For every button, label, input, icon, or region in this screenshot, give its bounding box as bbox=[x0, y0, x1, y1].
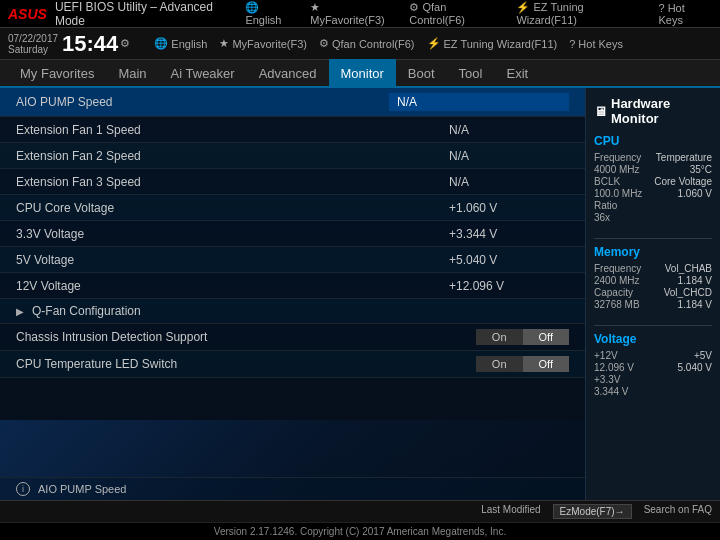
qfan-button[interactable]: ⚙ Qfan Control(F6) bbox=[409, 1, 504, 26]
cpu-led-on-button[interactable]: On bbox=[476, 356, 523, 372]
setting-value: N/A bbox=[389, 93, 569, 111]
language-shortcut[interactable]: 🌐 English bbox=[154, 37, 207, 50]
footer: Version 2.17.1246. Copyright (C) 2017 Am… bbox=[0, 522, 720, 540]
datetime-bar: 07/22/2017 Saturday 15:44 ⚙ 🌐 English ★ … bbox=[0, 28, 720, 60]
cpu-section-title: CPU bbox=[594, 134, 712, 148]
section-title: Q-Fan Configuration bbox=[32, 304, 141, 318]
info-text: AIO PUMP Speed bbox=[38, 483, 126, 495]
sidebar-title: 🖥 Hardware Monitor bbox=[594, 96, 712, 126]
setting-row[interactable]: Extension Fan 2 Speed N/A bbox=[0, 143, 585, 169]
chassis-on-button[interactable]: On bbox=[476, 329, 523, 345]
sidebar-row: Frequency Vol_CHAB bbox=[594, 263, 712, 274]
chassis-toggle-group: On Off bbox=[476, 329, 569, 345]
setting-value: N/A bbox=[449, 149, 569, 163]
sidebar-divider bbox=[594, 238, 712, 239]
bottom-bar-right: Last Modified EzMode(F7)→ Search on FAQ bbox=[481, 504, 712, 519]
setting-label: CPU Core Voltage bbox=[16, 201, 449, 215]
bios-title: UEFI BIOS Utility – Advanced Mode bbox=[55, 0, 245, 28]
last-modified-label: Last Modified bbox=[481, 504, 540, 519]
hot-keys-button[interactable]: ? Hot Keys bbox=[658, 2, 712, 26]
shortcut-buttons: 🌐 English ★ MyFavorite(F3) ⚙ Qfan Contro… bbox=[154, 37, 623, 50]
nav-main[interactable]: Main bbox=[106, 59, 158, 87]
sidebar-row: Frequency Temperature bbox=[594, 152, 712, 163]
chassis-intrusion-row[interactable]: Chassis Intrusion Detection Support On O… bbox=[0, 324, 585, 351]
setting-label: AIO PUMP Speed bbox=[16, 95, 389, 109]
hotkeys-shortcut[interactable]: ? Hot Keys bbox=[569, 37, 623, 50]
monitor-icon: 🖥 bbox=[594, 104, 607, 119]
cpu-led-off-button[interactable]: Off bbox=[523, 356, 569, 372]
sidebar-row: 3.344 V bbox=[594, 386, 712, 397]
cpu-section: CPU Frequency Temperature 4000 MHz 35°C … bbox=[594, 134, 712, 224]
setting-row[interactable]: Extension Fan 3 Speed N/A bbox=[0, 169, 585, 195]
top-bar-tools: 🌐 English ★ MyFavorite(F3) ⚙ Qfan Contro… bbox=[245, 1, 712, 26]
chassis-off-button[interactable]: Off bbox=[523, 329, 569, 345]
sidebar-row: 36x bbox=[594, 212, 712, 223]
setting-value: +5.040 V bbox=[449, 253, 569, 267]
setting-row[interactable]: 12V Voltage +12.096 V bbox=[0, 273, 585, 299]
nav-monitor[interactable]: Monitor bbox=[329, 59, 396, 87]
sidebar-row: +3.3V bbox=[594, 374, 712, 385]
nav-my-favorites[interactable]: My Favorites bbox=[8, 59, 106, 87]
qfan-shortcut[interactable]: ⚙ Qfan Control(F6) bbox=[319, 37, 415, 50]
qfan-section-header[interactable]: ▶ Q-Fan Configuration bbox=[0, 299, 585, 324]
cpu-temp-led-row[interactable]: CPU Temperature LED Switch On Off bbox=[0, 351, 585, 378]
nav-exit[interactable]: Exit bbox=[494, 59, 540, 87]
date-display: 07/22/2017 Saturday bbox=[8, 33, 58, 55]
info-row: i AIO PUMP Speed bbox=[0, 477, 585, 500]
sidebar-row: +12V +5V bbox=[594, 350, 712, 361]
sidebar-row: Ratio bbox=[594, 200, 712, 211]
nav-tool[interactable]: Tool bbox=[447, 59, 495, 87]
nav-boot[interactable]: Boot bbox=[396, 59, 447, 87]
sidebar-row: 100.0 MHz 1.060 V bbox=[594, 188, 712, 199]
settings-table: AIO PUMP Speed N/A Extension Fan 1 Speed… bbox=[0, 88, 585, 477]
sidebar-row: 32768 MB 1.184 V bbox=[594, 299, 712, 310]
setting-value: N/A bbox=[449, 123, 569, 137]
sidebar-row: 12.096 V 5.040 V bbox=[594, 362, 712, 373]
cpu-led-toggle-group: On Off bbox=[476, 356, 569, 372]
setting-value: +3.344 V bbox=[449, 227, 569, 241]
settings-gear-icon[interactable]: ⚙ bbox=[120, 37, 130, 50]
sidebar-row: BCLK Core Voltage bbox=[594, 176, 712, 187]
footer-text: Version 2.17.1246. Copyright (C) 2017 Am… bbox=[214, 526, 506, 537]
top-bar: ASUS UEFI BIOS Utility – Advanced Mode 🌐… bbox=[0, 0, 720, 28]
sidebar-row: 2400 MHz 1.184 V bbox=[594, 275, 712, 286]
voltage-section-title: Voltage bbox=[594, 332, 712, 346]
setting-label: Extension Fan 2 Speed bbox=[16, 149, 449, 163]
expand-arrow-icon: ▶ bbox=[16, 306, 24, 317]
search-faq-label[interactable]: Search on FAQ bbox=[644, 504, 712, 519]
ez-tuning-button[interactable]: ⚡ EZ Tuning Wizard(F11) bbox=[516, 1, 646, 26]
setting-label: CPU Temperature LED Switch bbox=[16, 357, 476, 371]
ez-mode-button[interactable]: EzMode(F7)→ bbox=[553, 504, 632, 519]
content-area: AIO PUMP Speed N/A Extension Fan 1 Speed… bbox=[0, 88, 720, 500]
nav-ai-tweaker[interactable]: Ai Tweaker bbox=[159, 59, 247, 87]
time-display: 15:44 bbox=[62, 31, 118, 57]
setting-row[interactable]: 3.3V Voltage +3.344 V bbox=[0, 221, 585, 247]
main-content: AIO PUMP Speed N/A Extension Fan 1 Speed… bbox=[0, 88, 585, 500]
setting-row[interactable]: AIO PUMP Speed N/A bbox=[0, 88, 585, 117]
sidebar-row: 4000 MHz 35°C bbox=[594, 164, 712, 175]
asus-logo: ASUS bbox=[8, 6, 47, 22]
nav-bar: My Favorites Main Ai Tweaker Advanced Mo… bbox=[0, 60, 720, 88]
info-icon: i bbox=[16, 482, 30, 496]
setting-row[interactable]: CPU Core Voltage +1.060 V bbox=[0, 195, 585, 221]
memory-section: Memory Frequency Vol_CHAB 2400 MHz 1.184… bbox=[594, 245, 712, 311]
language-button[interactable]: 🌐 English bbox=[245, 1, 298, 26]
setting-label: Chassis Intrusion Detection Support bbox=[16, 330, 476, 344]
favorites-shortcut[interactable]: ★ MyFavorite(F3) bbox=[219, 37, 307, 50]
nav-advanced[interactable]: Advanced bbox=[247, 59, 329, 87]
setting-row[interactable]: 5V Voltage +5.040 V bbox=[0, 247, 585, 273]
sidebar-divider bbox=[594, 325, 712, 326]
setting-row[interactable]: Extension Fan 1 Speed N/A bbox=[0, 117, 585, 143]
setting-label: 12V Voltage bbox=[16, 279, 449, 293]
setting-value: N/A bbox=[449, 175, 569, 189]
setting-value: +1.060 V bbox=[449, 201, 569, 215]
my-favorites-button[interactable]: ★ MyFavorite(F3) bbox=[310, 1, 397, 26]
setting-label: 5V Voltage bbox=[16, 253, 449, 267]
hardware-monitor-sidebar: 🖥 Hardware Monitor CPU Frequency Tempera… bbox=[585, 88, 720, 500]
sidebar-row: Capacity Vol_CHCD bbox=[594, 287, 712, 298]
setting-value: +12.096 V bbox=[449, 279, 569, 293]
bottom-bar: Last Modified EzMode(F7)→ Search on FAQ bbox=[0, 500, 720, 522]
ez-tuning-shortcut[interactable]: ⚡ EZ Tuning Wizard(F11) bbox=[427, 37, 558, 50]
setting-label: 3.3V Voltage bbox=[16, 227, 449, 241]
setting-label: Extension Fan 1 Speed bbox=[16, 123, 449, 137]
